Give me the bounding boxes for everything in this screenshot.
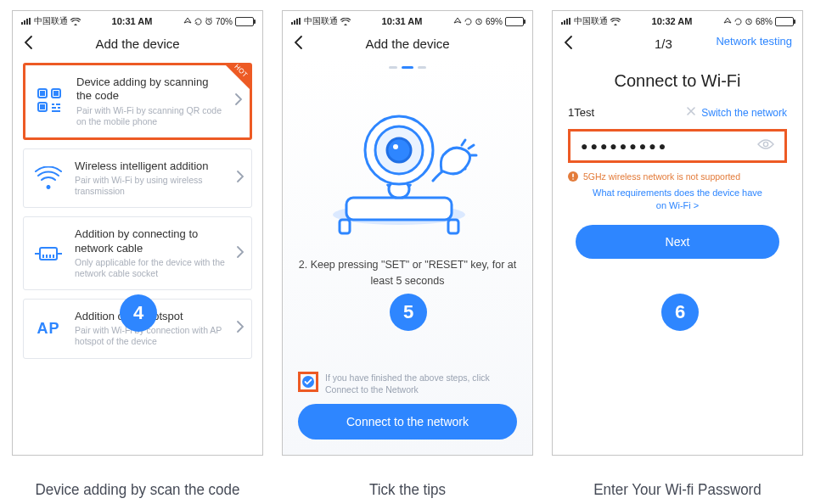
svg-rect-35 xyxy=(572,178,574,180)
battery-text: 70% xyxy=(216,17,233,26)
svg-rect-18 xyxy=(346,198,452,220)
chevron-right-icon xyxy=(236,245,244,262)
status-bar: 中国联通 10:32 AM 68% xyxy=(553,11,802,29)
alarm-icon xyxy=(205,17,213,25)
alarm-icon xyxy=(745,17,753,25)
confirmation-checkbox[interactable] xyxy=(298,372,318,392)
camera-reset-illustration xyxy=(323,89,492,245)
phone-screenshot-step-4: 中国联通 10:31 AM 70% Add the device HOT xyxy=(12,10,263,456)
step-indicator: 1/3 xyxy=(655,36,672,51)
x-icon xyxy=(686,106,696,119)
alarm-icon xyxy=(475,17,483,25)
nav-icon xyxy=(723,17,732,25)
wifi-requirements-link[interactable]: What requirements does the device have o… xyxy=(593,187,762,213)
svg-rect-1 xyxy=(24,20,25,25)
ap-icon: AP xyxy=(32,312,65,344)
confirmation-row: If you have finished the above steps, cl… xyxy=(298,372,517,395)
option-title: Wireless intelligent addition xyxy=(75,160,226,173)
svg-rect-19 xyxy=(340,220,350,233)
battery-icon xyxy=(235,17,254,26)
wifi-network-name: 1Test xyxy=(568,106,594,119)
option-subtitle: Pair with Wi-Fi by scanning QR code on t… xyxy=(76,105,224,127)
signal-icon xyxy=(291,18,301,25)
clock-label: 10:31 AM xyxy=(351,16,453,26)
battery-text: 68% xyxy=(756,17,773,26)
page-title: Add the device xyxy=(95,36,179,51)
svg-rect-3 xyxy=(29,18,31,25)
svg-rect-8 xyxy=(41,92,44,95)
battery-icon xyxy=(775,17,794,26)
svg-rect-29 xyxy=(566,19,568,25)
warning-icon xyxy=(568,171,578,182)
nav-bar: Add the device xyxy=(13,29,262,58)
sync-icon xyxy=(194,18,202,25)
option-subtitle: Pair with Wi-Fi by connection with AP ho… xyxy=(75,325,226,347)
step-number-badge: 6 xyxy=(661,294,699,331)
caption-step-5: Tick the tips xyxy=(282,482,533,500)
next-button[interactable]: Next xyxy=(576,225,779,259)
carrier-label: 中国联通 xyxy=(304,15,338,27)
svg-rect-27 xyxy=(561,22,563,25)
page-title: Add the device xyxy=(365,36,449,51)
sync-icon xyxy=(734,18,742,25)
phone-screenshot-step-6: 中国联通 10:32 AM 68% 1/3 1/3 Network testin… xyxy=(552,10,803,456)
carrier-label: 中国联通 xyxy=(574,15,608,27)
confirmation-label: If you have finished the above steps, cl… xyxy=(325,372,517,395)
instruction-text: 2. Keep pressing "SET" or "RESET" key, f… xyxy=(298,257,517,289)
wifi-password-field[interactable]: ●●●●●●●●● xyxy=(568,129,787,163)
warning-row: 5GHz wireless network is not supported xyxy=(568,171,787,182)
svg-rect-2 xyxy=(26,19,28,25)
battery-text: 69% xyxy=(486,17,503,26)
chevron-right-icon xyxy=(236,170,244,187)
signal-icon xyxy=(21,18,31,25)
svg-rect-10 xyxy=(41,105,44,109)
network-testing-link[interactable]: Network testing xyxy=(716,35,792,48)
step-number-badge: 4 xyxy=(120,294,157,332)
svg-rect-28 xyxy=(564,20,565,25)
wifi-icon xyxy=(32,162,65,194)
clock-label: 10:31 AM xyxy=(81,16,183,26)
connect-network-button[interactable]: Connect to the network xyxy=(298,404,517,440)
sync-icon xyxy=(464,18,472,25)
option-title: Addition by connecting to network cable xyxy=(75,227,226,255)
battery-icon xyxy=(505,17,524,26)
back-button[interactable] xyxy=(21,34,38,53)
svg-rect-12 xyxy=(291,22,293,25)
ethernet-icon xyxy=(32,238,65,270)
option-cable[interactable]: Addition by connecting to network cable … xyxy=(23,216,252,290)
wifi-icon xyxy=(70,18,81,25)
signal-icon xyxy=(561,18,571,25)
back-button[interactable] xyxy=(291,34,308,53)
switch-network-link[interactable]: Switch the network xyxy=(686,106,787,119)
svg-rect-0 xyxy=(21,22,23,25)
option-title: Device adding by scanning the code xyxy=(76,76,224,104)
svg-rect-14 xyxy=(296,19,298,25)
svg-point-25 xyxy=(393,144,398,149)
back-button[interactable] xyxy=(561,34,578,53)
wifi-icon xyxy=(610,18,621,25)
caption-step-4: Device adding by scan the code xyxy=(12,482,263,500)
phone-screenshot-step-5: 中国联通 10:31 AM 69% Add the device xyxy=(282,10,533,456)
chevron-right-icon xyxy=(234,92,243,109)
svg-rect-15 xyxy=(299,18,301,25)
step-number-badge: 5 xyxy=(390,294,427,331)
svg-point-32 xyxy=(763,142,767,146)
page-indicator-dots xyxy=(389,66,426,69)
status-bar: 中国联通 10:31 AM 69% xyxy=(283,11,532,29)
caption-step-6: Enter Your Wi-fi Password xyxy=(552,482,803,500)
option-qr-code[interactable]: HOT Device adding by scanning the code P… xyxy=(23,63,252,140)
qr-icon xyxy=(34,85,66,117)
svg-rect-34 xyxy=(572,174,574,177)
hot-badge: HOT xyxy=(225,64,250,90)
clock-label: 10:32 AM xyxy=(621,16,723,26)
svg-rect-30 xyxy=(569,18,570,25)
eye-icon[interactable] xyxy=(757,138,774,154)
svg-rect-13 xyxy=(294,20,295,25)
option-subtitle: Pair with Wi-Fi by using wireless transm… xyxy=(75,175,226,197)
carrier-label: 中国联通 xyxy=(34,15,68,27)
option-wireless[interactable]: Wireless intelligent addition Pair with … xyxy=(23,148,252,209)
svg-rect-9 xyxy=(54,92,58,95)
svg-point-24 xyxy=(387,138,411,162)
wifi-password-mask: ●●●●●●●●● xyxy=(581,139,668,153)
wifi-heading: Connect to Wi-Fi xyxy=(615,71,741,91)
